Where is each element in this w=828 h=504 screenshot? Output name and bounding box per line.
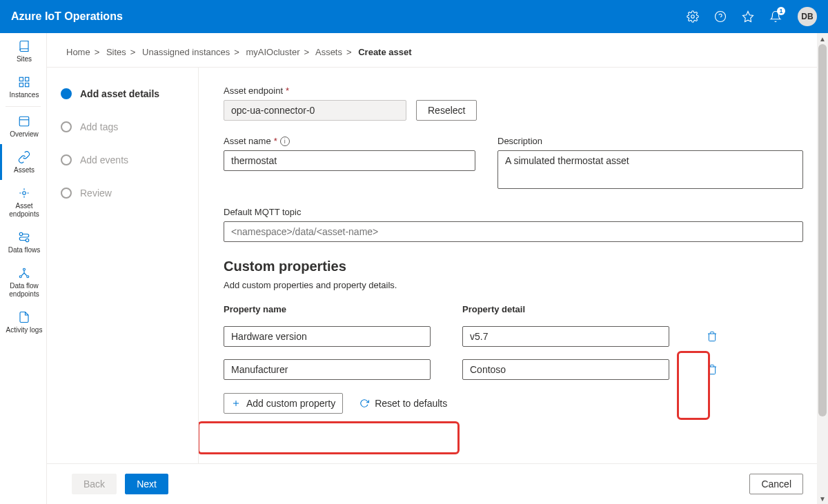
feedback-icon[interactable] [737,6,759,28]
nav-data-flows[interactable]: Data flows [0,224,46,260]
nav-sites[interactable]: Sites [0,33,46,69]
prop-name-0[interactable] [224,326,431,347]
stepper: Add asset details Add tags Add events Re… [47,68,199,463]
delete-prop-1[interactable] [701,359,723,381]
form-area: Asset endpoint * opc-ua-connector-0 Rese… [199,68,828,463]
svg-rect-5 [26,83,29,87]
svg-rect-3 [19,77,23,81]
info-icon[interactable]: i [280,137,290,146]
svg-rect-4 [26,77,29,81]
mqtt-topic-input[interactable] [224,221,803,242]
step-events[interactable]: Add events [61,154,184,165]
help-icon[interactable] [709,6,731,28]
custom-props-desc: Add custom properties and property detai… [224,280,803,290]
svg-point-13 [19,276,21,278]
crumb-home[interactable]: Home [66,47,90,57]
crumb-unassigned[interactable]: Unassigned instances [142,47,230,57]
header-actions: 1 DB [682,6,817,28]
svg-point-12 [23,268,26,270]
reset-defaults-button[interactable]: Reset to defaults [353,393,454,414]
nav-assets[interactable]: Assets [0,144,46,180]
prop-name-1[interactable] [224,359,431,380]
name-label: Asset name * i [224,136,475,146]
back-button: Back [72,474,117,494]
plus-icon [231,399,241,408]
avatar[interactable]: DB [798,7,817,26]
cancel-button[interactable]: Cancel [749,474,803,494]
nav-activity-logs[interactable]: Activity logs [0,304,46,340]
svg-point-11 [26,239,29,242]
app-title: Azure IoT Operations [11,10,123,23]
add-custom-property-button[interactable]: Add custom property [224,393,343,414]
custom-props-title: Custom properties [224,259,803,274]
reselect-button[interactable]: Reselect [416,100,477,121]
footer: Back Next Cancel [47,463,828,504]
scroll-up-icon[interactable]: ▲ [817,33,828,44]
col-detail-header: Property detail [462,304,669,314]
highlight-buttons [199,421,460,454]
next-button[interactable]: Next [125,474,168,494]
nav-asset-endpoints[interactable]: Asset endpoints [0,180,46,224]
svg-rect-7 [19,117,29,126]
desc-label: Description [497,136,803,146]
crumb-sites[interactable]: Sites [106,47,126,57]
scroll-thumb[interactable] [818,44,827,416]
col-name-header: Property name [224,304,431,314]
step-details[interactable]: Add asset details [61,88,184,99]
nav-instances[interactable]: Instances [0,69,46,105]
mqtt-label: Default MQTT topic [224,207,803,217]
svg-point-10 [19,232,23,236]
svg-point-1 [716,12,726,22]
scroll-down-icon[interactable]: ▼ [817,493,828,504]
scrollbar[interactable]: ▲ ▼ [817,33,828,504]
nav-overview[interactable]: Overview [0,108,46,144]
crumb-assets[interactable]: Assets [315,47,342,57]
svg-point-9 [23,192,26,195]
properties-grid: Property name Property detail [224,304,803,381]
nav-data-flow-endpoints[interactable]: Data flow endpoints [0,260,46,304]
crumb-current: Create asset [358,47,411,57]
settings-icon[interactable] [682,6,704,28]
notification-badge: 1 [777,7,785,15]
description-input[interactable] [497,150,803,189]
step-tags[interactable]: Add tags [61,121,184,132]
endpoint-label: Asset endpoint * [224,85,803,96]
crumb-cluster[interactable]: myAIOcluster [246,47,299,57]
top-header: Azure IoT Operations 1 DB [0,0,828,33]
notifications-icon[interactable]: 1 [765,6,787,28]
step-review[interactable]: Review [61,188,184,199]
asset-name-input[interactable] [224,150,475,171]
main-area: Home> Sites> Unassigned instances> myAIO… [47,33,828,504]
refresh-icon [359,399,369,408]
breadcrumb: Home> Sites> Unassigned instances> myAIO… [47,33,828,68]
prop-detail-0[interactable] [462,326,669,347]
svg-point-0 [691,15,695,19]
left-nav: Sites Instances Overview Assets Asset en… [0,33,47,504]
endpoint-value: opc-ua-connector-0 [224,100,406,121]
delete-prop-0[interactable] [701,325,723,347]
prop-detail-1[interactable] [462,359,669,380]
svg-rect-6 [19,83,23,87]
svg-point-14 [27,276,29,278]
